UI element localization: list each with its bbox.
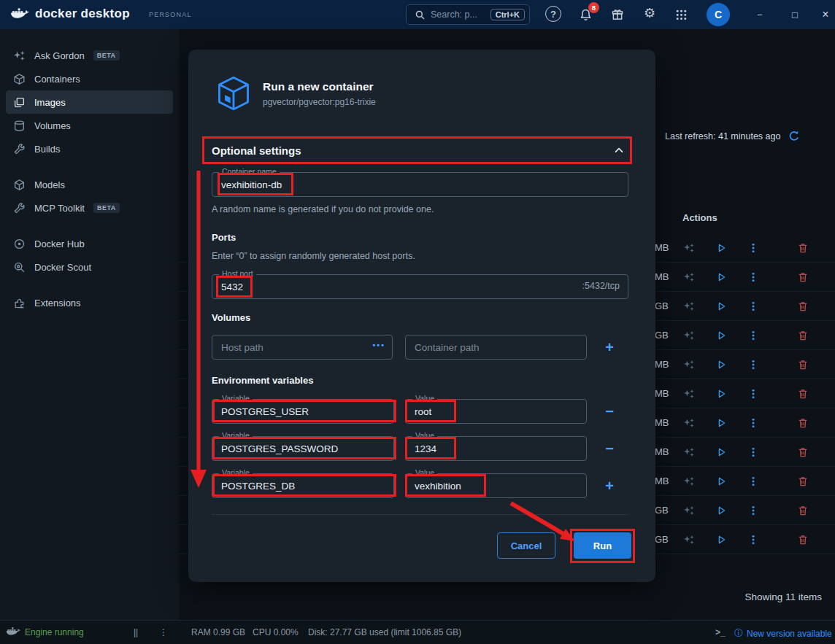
image-size: MB <box>655 417 669 428</box>
apps-grid-icon[interactable] <box>673 7 689 23</box>
add-env-var-icon[interactable]: + <box>600 473 619 498</box>
env-variable-field-wrap: Variable <box>212 399 394 424</box>
whats-new-icon[interactable] <box>609 7 626 23</box>
sidebar-item-label: Volumes <box>34 120 71 131</box>
app-window: docker desktop PERSONAL Search: p... Ctr… <box>0 0 835 644</box>
row-menu-icon[interactable] <box>747 416 760 430</box>
pause-engine-icon[interactable]: || <box>134 627 138 637</box>
analyze-sparkle-icon[interactable] <box>682 387 696 400</box>
cancel-button[interactable]: Cancel <box>497 532 555 559</box>
help-icon[interactable]: ? <box>545 6 561 22</box>
analyze-sparkle-icon[interactable] <box>682 475 696 488</box>
engine-menu-icon[interactable]: ⋮ <box>159 627 168 637</box>
delete-image-icon[interactable] <box>796 329 809 342</box>
run-image-icon[interactable] <box>715 446 728 459</box>
container-path-field-wrap <box>405 335 587 360</box>
window-close-button[interactable]: × <box>816 7 835 23</box>
delete-image-icon[interactable] <box>796 358 809 371</box>
container-path-input[interactable] <box>405 335 587 360</box>
whale-status-icon <box>6 626 20 640</box>
value-label: Value <box>412 468 437 478</box>
delete-image-icon[interactable] <box>796 241 809 255</box>
analyze-sparkle-icon[interactable] <box>682 241 696 255</box>
sidebar-item-builds[interactable]: Builds <box>6 137 173 160</box>
run-image-icon[interactable] <box>715 329 728 342</box>
delete-image-icon[interactable] <box>796 533 809 546</box>
row-menu-icon[interactable] <box>747 504 760 517</box>
analyze-sparkle-icon[interactable] <box>682 446 696 459</box>
delete-image-icon[interactable] <box>796 416 809 430</box>
row-menu-icon[interactable] <box>747 387 760 400</box>
env-value-field-wrap: Value <box>405 399 587 424</box>
analyze-sparkle-icon[interactable] <box>682 329 696 342</box>
env-value-field-wrap: Value <box>405 436 587 461</box>
sidebar-item-extensions[interactable]: Extensions <box>6 291 173 314</box>
run-image-icon[interactable] <box>715 358 728 371</box>
window-minimize-button[interactable]: − <box>750 7 769 23</box>
delete-image-icon[interactable] <box>796 387 809 400</box>
remove-env-var-icon[interactable]: − <box>600 436 619 461</box>
delete-image-icon[interactable] <box>796 475 809 488</box>
delete-image-icon[interactable] <box>796 446 809 459</box>
run-button[interactable]: Run <box>574 532 631 559</box>
browse-path-icon[interactable]: ••• <box>372 341 385 349</box>
analyze-sparkle-icon[interactable] <box>682 271 696 284</box>
container-icon <box>13 73 26 85</box>
sidebar-item-models[interactable]: Models <box>6 173 173 196</box>
cpu-usage: CPU 0.00% <box>253 627 299 637</box>
optional-settings-accordion[interactable]: Optional settings <box>206 139 632 162</box>
container-image-icon <box>215 74 253 115</box>
row-menu-icon[interactable] <box>747 533 760 546</box>
run-image-icon[interactable] <box>715 271 728 284</box>
run-image-icon[interactable] <box>715 504 728 517</box>
row-menu-icon[interactable] <box>747 358 760 371</box>
sparkle-icon <box>13 50 26 62</box>
host-path-field-wrap: ••• <box>212 335 393 360</box>
sidebar-item-containers[interactable]: Containers <box>6 67 173 90</box>
delete-image-icon[interactable] <box>796 300 809 313</box>
ports-helper: Enter “0” to assign randomly generated h… <box>212 251 415 261</box>
sidebar-item-ask-gordon[interactable]: Ask Gordon BETA <box>6 44 173 67</box>
host-path-input[interactable] <box>212 335 393 360</box>
app-title: docker desktop <box>35 7 130 21</box>
sidebar-item-volumes[interactable]: Volumes <box>6 114 173 137</box>
images-icon <box>13 96 26 109</box>
sidebar-item-mcp-toolkit[interactable]: MCP Toolkit BETA <box>6 196 173 220</box>
delete-image-icon[interactable] <box>796 271 809 284</box>
analyze-sparkle-icon[interactable] <box>682 416 696 430</box>
row-menu-icon[interactable] <box>747 329 760 342</box>
run-image-icon[interactable] <box>715 533 728 546</box>
sidebar-item-docker-hub[interactable]: Docker Hub <box>6 232 173 255</box>
refresh-icon[interactable] <box>788 130 801 143</box>
actions-column-header: Actions <box>682 212 717 223</box>
host-port-input[interactable] <box>212 274 628 299</box>
window-maximize-button[interactable]: □ <box>785 7 804 23</box>
row-menu-icon[interactable] <box>747 475 760 488</box>
sidebar-item-images[interactable]: Images <box>6 90 173 114</box>
row-menu-icon[interactable] <box>747 271 760 284</box>
global-search[interactable]: Search: p... Ctrl+K <box>406 4 530 25</box>
run-image-icon[interactable] <box>715 300 728 313</box>
app-logo: docker desktop <box>10 7 130 21</box>
analyze-sparkle-icon[interactable] <box>682 300 696 313</box>
remove-env-var-icon[interactable]: − <box>600 399 619 424</box>
plan-label: PERSONAL <box>149 11 192 18</box>
row-menu-icon[interactable] <box>747 241 760 255</box>
run-image-icon[interactable] <box>715 475 728 488</box>
run-image-icon[interactable] <box>715 241 728 255</box>
row-menu-icon[interactable] <box>747 300 760 313</box>
analyze-sparkle-icon[interactable] <box>682 533 696 546</box>
settings-gear-icon[interactable]: ⚙ <box>642 5 658 21</box>
run-image-icon[interactable] <box>715 387 728 400</box>
sidebar-item-docker-scout[interactable]: Docker Scout <box>6 255 173 279</box>
new-version-link[interactable]: ⓘ New version available <box>734 627 832 640</box>
terminal-icon[interactable]: >_ <box>715 627 726 637</box>
avatar[interactable]: C <box>707 3 730 26</box>
row-menu-icon[interactable] <box>747 446 760 459</box>
add-volume-icon[interactable]: + <box>600 335 619 360</box>
analyze-sparkle-icon[interactable] <box>682 358 696 371</box>
analyze-sparkle-icon[interactable] <box>682 504 696 517</box>
sidebar-item-label: MCP Toolkit <box>34 203 85 214</box>
run-image-icon[interactable] <box>715 416 728 430</box>
delete-image-icon[interactable] <box>796 504 809 517</box>
